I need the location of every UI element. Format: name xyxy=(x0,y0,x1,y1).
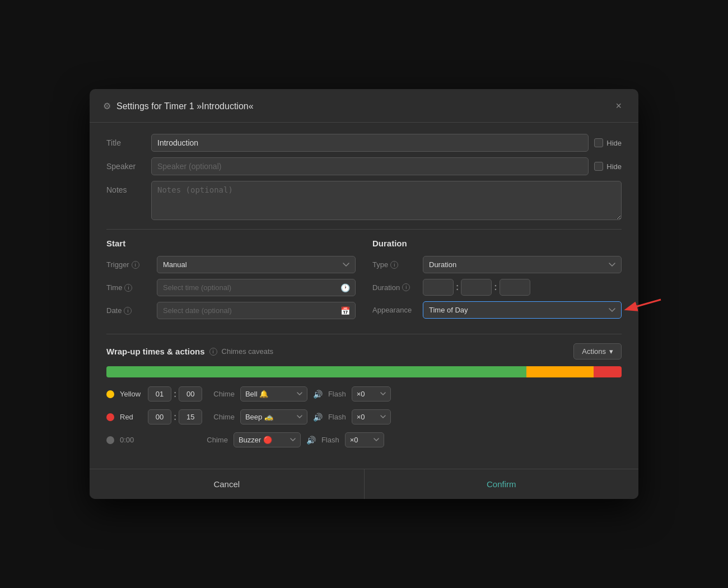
date-info-icon[interactable]: i xyxy=(124,307,132,315)
dialog-title: Settings for Timer 1 »Introduction« xyxy=(116,101,254,111)
duration-column: Duration Type i Duration Countdown Durat… xyxy=(372,239,622,325)
wrapup-row-red: Red : Chime Beep 🚕 Bell Buzzer 🔊 Flash ×… xyxy=(106,409,622,424)
duration-row: Duration i : : xyxy=(372,279,622,296)
duration-label: Duration i xyxy=(372,283,423,292)
actions-chevron-icon: ▾ xyxy=(609,347,613,356)
speaker-hide-checkbox[interactable] xyxy=(594,162,603,171)
zero-flash-select[interactable]: ×0 ×1 ×2 xyxy=(345,432,384,447)
type-label: Type i xyxy=(372,260,423,269)
appearance-row: Appearance Time of Day Elapsed Remaining xyxy=(372,301,622,319)
date-input-wrap: 📅 xyxy=(157,302,356,319)
title-hide-wrap: Hide xyxy=(594,138,622,147)
duration-minutes[interactable] xyxy=(461,279,492,296)
red-flash-label: Flash xyxy=(328,413,346,421)
actions-button[interactable]: Actions ▾ xyxy=(573,343,622,360)
date-input[interactable] xyxy=(157,302,356,319)
type-info-icon[interactable]: i xyxy=(390,261,398,269)
title-hide-checkbox[interactable] xyxy=(594,138,603,147)
appearance-label: Appearance xyxy=(372,306,423,314)
red-sec[interactable] xyxy=(179,409,202,424)
title-row: Title Hide xyxy=(106,134,622,152)
time-input[interactable] xyxy=(157,279,356,296)
title-label: Title xyxy=(106,134,151,147)
red-chime-label: Chime xyxy=(213,413,235,421)
speaker-input[interactable] xyxy=(151,157,589,175)
start-duration-grid: Start Trigger i Manual Automatic Time i xyxy=(106,239,622,325)
start-title: Start xyxy=(106,239,356,248)
notes-row: Notes xyxy=(106,181,622,220)
gear-icon: ⚙ xyxy=(103,101,111,111)
red-flash-select[interactable]: ×0 ×1 ×2 xyxy=(352,409,391,424)
speaker-hide-wrap: Hide xyxy=(594,162,622,171)
red-volume-icon[interactable]: 🔊 xyxy=(313,413,323,422)
duration-title: Duration xyxy=(372,239,622,248)
zero-chime-label: Chime xyxy=(207,436,228,444)
trigger-label: Trigger i xyxy=(106,260,157,269)
notes-textarea[interactable] xyxy=(151,181,622,220)
colon-1: : xyxy=(456,282,459,292)
title-hide-label: Hide xyxy=(606,139,622,147)
type-select[interactable]: Duration Countdown xyxy=(423,256,622,273)
progress-bar xyxy=(106,366,622,377)
date-row: Date i 📅 xyxy=(106,302,356,319)
red-chime-select[interactable]: Beep 🚕 Bell Buzzer xyxy=(240,409,307,424)
cancel-button[interactable]: Cancel xyxy=(90,469,365,499)
trigger-info-icon[interactable]: i xyxy=(132,261,139,269)
speaker-row: Speaker Hide xyxy=(106,157,622,175)
close-button[interactable]: × xyxy=(612,99,625,113)
dialog-footer: Cancel Confirm xyxy=(90,469,638,499)
red-colon: : xyxy=(174,412,176,422)
yellow-min[interactable] xyxy=(148,386,171,402)
dot-yellow xyxy=(106,390,114,398)
duration-hours[interactable] xyxy=(423,279,454,296)
wrapup-title: Wrap-up times & actions xyxy=(106,347,205,356)
dot-gray xyxy=(106,436,114,444)
dot-red xyxy=(106,413,114,421)
caveats-link[interactable]: Chimes caveats xyxy=(222,347,273,356)
red-time: : xyxy=(148,409,202,424)
settings-dialog: ⚙ Settings for Timer 1 »Introduction« × … xyxy=(90,89,638,499)
trigger-row: Trigger i Manual Automatic xyxy=(106,256,356,273)
zero-volume-icon[interactable]: 🔊 xyxy=(306,436,316,445)
progress-yellow xyxy=(526,366,594,377)
title-input[interactable] xyxy=(151,134,589,152)
section-divider-1 xyxy=(106,229,622,230)
yellow-chime-select[interactable]: Bell 🔔 Beep Buzzer xyxy=(240,386,307,402)
trigger-select[interactable]: Manual Automatic xyxy=(157,256,356,273)
time-input-wrap: 🕐 xyxy=(157,279,356,296)
yellow-flash-select[interactable]: ×0 ×1 ×2 xyxy=(352,386,391,402)
confirm-button[interactable]: Confirm xyxy=(365,469,639,499)
zero-flash-label: Flash xyxy=(321,436,339,444)
time-info-icon[interactable]: i xyxy=(124,284,132,292)
yellow-colon: : xyxy=(174,389,176,399)
wrapup-row-yellow: Yellow : Chime Bell 🔔 Beep Buzzer 🔊 Flas… xyxy=(106,386,622,402)
title-content: Hide xyxy=(151,134,622,152)
progress-red xyxy=(594,366,622,377)
wrapup-info-icon[interactable]: i xyxy=(209,348,217,356)
yellow-chime-label: Chime xyxy=(213,390,235,398)
duration-seconds[interactable] xyxy=(500,279,530,296)
date-label: Date i xyxy=(106,306,157,315)
notes-content xyxy=(151,181,622,220)
time-label: Time i xyxy=(106,283,157,292)
appearance-select[interactable]: Time of Day Elapsed Remaining xyxy=(423,301,622,319)
yellow-volume-icon[interactable]: 🔊 xyxy=(313,390,323,399)
speaker-content: Hide xyxy=(151,157,622,175)
yellow-sec[interactable] xyxy=(179,386,202,402)
dialog-body: Title Hide Speaker Hide Notes xyxy=(90,123,638,466)
clock-icon: 🕐 xyxy=(340,283,350,292)
wrapup-row-zero: 0:00 Chime Buzzer 🔴 Bell Beep 🔊 Flash ×0… xyxy=(106,432,622,447)
type-row: Type i Duration Countdown xyxy=(372,256,622,273)
zero-chime-select[interactable]: Buzzer 🔴 Bell Beep xyxy=(234,432,301,447)
calendar-icon: 📅 xyxy=(340,306,350,315)
dialog-header: ⚙ Settings for Timer 1 »Introduction« × xyxy=(90,89,638,122)
red-min[interactable] xyxy=(148,409,171,424)
progress-green xyxy=(106,366,526,377)
wrapup-header: Wrap-up times & actions i Chimes caveats… xyxy=(106,343,622,360)
notes-label: Notes xyxy=(106,181,151,194)
zero-label: 0:00 xyxy=(120,436,134,444)
red-label: Red xyxy=(120,413,142,421)
duration-time-fields: : : xyxy=(423,279,622,296)
duration-info-icon[interactable]: i xyxy=(402,283,410,291)
speaker-label: Speaker xyxy=(106,157,151,171)
